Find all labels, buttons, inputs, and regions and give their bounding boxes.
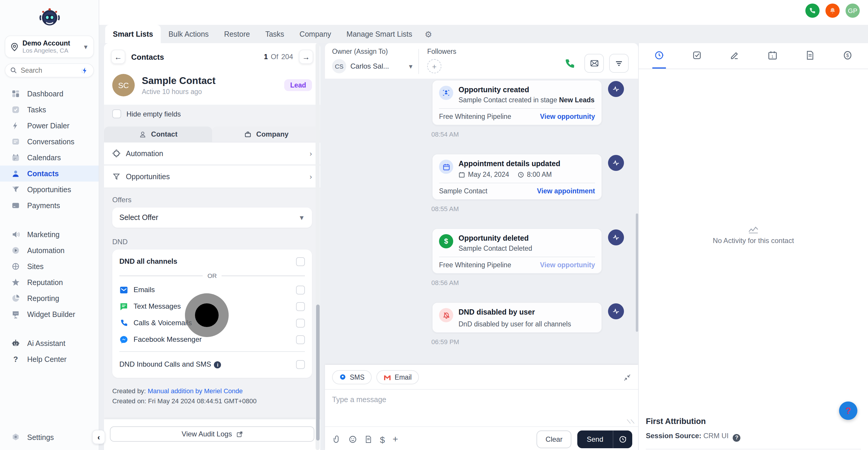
account-switcher[interactable]: Demo Account Los Angeles, CA ▼ [5, 35, 94, 58]
sidebar-item-conversations[interactable]: Conversations [0, 134, 99, 149]
sidebar-item-label: Opportunities [27, 186, 71, 194]
sidebar-item-automation[interactable]: Automation [0, 243, 99, 258]
sidebar-item-sites[interactable]: Sites [0, 258, 99, 274]
tab-notes-panel[interactable] [730, 50, 740, 68]
sidebar-item-help-center[interactable]: ? Help Center [0, 351, 99, 367]
dnd-emails-checkbox[interactable] [296, 285, 305, 294]
email-channel-tab[interactable]: Email [376, 370, 419, 384]
tab-appointments-panel[interactable]: 1 [768, 50, 778, 68]
appointment-meta: May 24, 2024 8:00 AM [459, 171, 560, 178]
feed-scrollbar-thumb[interactable] [636, 214, 638, 332]
email-button[interactable] [584, 54, 604, 73]
sidebar-item-reporting[interactable]: Reporting [0, 290, 99, 306]
list-settings-gear-icon[interactable]: ⚙ [420, 25, 437, 43]
sidebar-item-label: Marketing [27, 230, 60, 238]
sidebar-item-contacts[interactable]: Contacts [0, 166, 99, 181]
tab-company[interactable]: Company [292, 25, 339, 43]
sidebar-item-opportunities[interactable]: Opportunities [0, 181, 99, 197]
sidebar-item-power-dialer[interactable]: Power Dialer [0, 118, 99, 134]
conversation-header: Owner (Assign To) CS Carlos Sal... ▼ Fol… [325, 43, 638, 79]
clear-button[interactable]: Clear [537, 430, 571, 448]
user-avatar[interactable]: GP [845, 4, 860, 18]
chevron-right-icon: › [310, 149, 312, 158]
search-input[interactable] [21, 67, 78, 74]
owner-avatar: CS [332, 59, 346, 73]
dnd-all-channels-checkbox[interactable] [296, 257, 305, 266]
add-more-icon[interactable]: + [393, 434, 398, 445]
view-appointment-link[interactable]: View appointment [537, 188, 595, 195]
sidebar-collapse-button[interactable]: ‹ [92, 430, 105, 444]
collapse-composer-icon[interactable] [623, 373, 631, 381]
sidebar-item-calendars[interactable]: Calendars [0, 149, 99, 166]
tab-tasks-panel[interactable] [692, 50, 702, 68]
tab-documents-panel[interactable] [805, 50, 815, 68]
dnd-inbound-row: DND Inbound Calls and SMSi [119, 356, 305, 373]
dnd-inbound-checkbox[interactable] [296, 360, 305, 369]
sidebar-item-widget-builder[interactable]: Widget Builder [0, 306, 99, 322]
dnd-text-messages-checkbox[interactable] [296, 302, 305, 311]
payment-request-icon[interactable]: $ [380, 434, 385, 444]
sidebar-item-marketing[interactable]: Marketing [0, 226, 99, 243]
notifications-button[interactable] [826, 4, 840, 18]
message-input[interactable] [325, 390, 638, 426]
owner-selector[interactable]: CS Carlos Sal... ▼ [332, 59, 414, 73]
view-opportunity-link[interactable]: View opportunity [540, 113, 595, 120]
tab-tasks[interactable]: Tasks [258, 25, 292, 43]
tab-restore[interactable]: Restore [216, 25, 258, 43]
tab-payments-panel[interactable]: $ [843, 50, 852, 68]
hide-empty-fields-checkbox[interactable] [112, 109, 121, 118]
tab-activity-history[interactable] [654, 50, 664, 68]
info-icon[interactable]: i [214, 361, 221, 368]
templates-icon[interactable] [365, 435, 372, 444]
attachment-icon[interactable] [333, 435, 341, 444]
view-audit-logs-button[interactable]: View Audit Logs [110, 426, 314, 442]
activity-subtitle: Sample Contact Deleted [459, 245, 532, 252]
calendar-icon [459, 171, 465, 178]
right-panel-tabs: 1 $ [639, 43, 868, 69]
emoji-icon[interactable] [349, 435, 357, 444]
sidebar-item-payments[interactable]: Payments [0, 197, 99, 214]
tab-company[interactable]: Company [212, 126, 320, 142]
feed-row: Opportunity created Sample Contact creat… [325, 80, 638, 125]
tab-manage-smart-lists[interactable]: Manage Smart Lists [339, 25, 420, 43]
tab-bulk-actions[interactable]: Bulk Actions [161, 25, 216, 43]
automation-accordion[interactable]: Automation › [104, 142, 320, 166]
sidebar-item-settings[interactable]: Settings [0, 429, 99, 445]
dnd-messenger-checkbox[interactable] [296, 335, 305, 344]
call-button[interactable] [561, 55, 579, 71]
dialer-button[interactable] [805, 4, 819, 18]
contact-active-status: Active 10 hours ago [142, 88, 215, 95]
sidebar-item-reputation[interactable]: Reputation [0, 274, 99, 290]
activity-timestamp: 08:54 AM [325, 131, 638, 138]
view-opportunity-link[interactable]: View opportunity [540, 261, 595, 269]
help-circle-icon[interactable]: ? [733, 434, 741, 442]
created-by-link[interactable]: Manual addition by Meriel Conde [148, 387, 243, 394]
owner-label: Owner (Assign To) [332, 48, 414, 55]
filter-button[interactable] [609, 54, 629, 73]
audit-button-label: View Audit Logs [182, 430, 232, 438]
funnel-icon [112, 172, 121, 181]
composer-toolbar: $ + Clear Send [325, 426, 638, 448]
activity-title: Appointment details updated [459, 160, 560, 169]
send-button[interactable]: Send [577, 430, 632, 448]
sms-channel-tab[interactable]: SMS [332, 370, 372, 384]
sidebar-item-dashboard[interactable]: Dashboard [0, 86, 99, 102]
dnd-calls-checkbox[interactable] [296, 318, 305, 327]
opportunities-accordion[interactable]: Opportunities › [104, 166, 320, 189]
sidebar-item-tasks[interactable]: Tasks [0, 102, 99, 118]
next-contact-button[interactable]: → [299, 50, 313, 64]
resize-handle[interactable]: ⟋⟋ [627, 419, 634, 425]
marketing-icon [11, 229, 21, 240]
phone-icon [119, 318, 128, 327]
offer-select[interactable]: Select Offer ▼ [112, 207, 312, 228]
tab-contact[interactable]: Contact [104, 126, 212, 142]
add-follower-button[interactable]: + [427, 59, 441, 73]
pager-current: 1 [264, 53, 268, 61]
sidebar-search[interactable] [5, 63, 94, 78]
contact-panel-scrollbar-thumb[interactable] [316, 305, 320, 441]
sidebar-item-ai-assistant[interactable]: Ai Assistant [0, 335, 99, 351]
tab-smart-lists[interactable]: Smart Lists [105, 25, 161, 43]
schedule-send-icon[interactable] [613, 430, 632, 448]
activity-title: Opportunity created [459, 86, 594, 94]
back-button[interactable]: ← [111, 50, 125, 64]
